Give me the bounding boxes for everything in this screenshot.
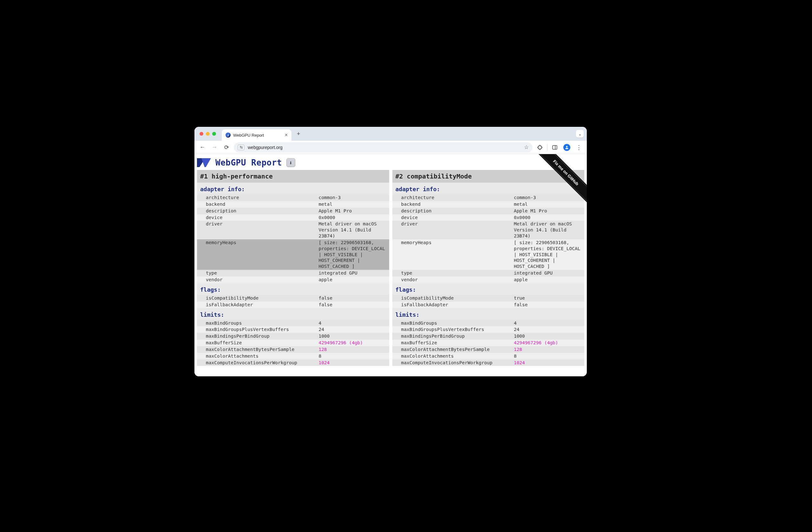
prop-key: device	[392, 214, 511, 221]
adapter-column: #1 high-performanceadapter info:architec…	[197, 170, 389, 366]
table-row: device0x0000	[392, 214, 584, 221]
table-row: maxBufferSize4294967296 (4gb)	[392, 340, 584, 346]
prop-key: type	[197, 270, 316, 277]
svg-point-1	[566, 146, 568, 147]
prop-value: metal	[316, 201, 389, 208]
new-tab-button[interactable]: +	[294, 129, 303, 138]
prop-key: memoryHeaps	[197, 239, 316, 270]
close-window-icon[interactable]	[200, 132, 203, 136]
prop-key: device	[197, 214, 316, 221]
url-text: webgpureport.org	[248, 145, 521, 150]
prop-value: 4	[511, 320, 584, 327]
table-row: descriptionApple M1 Pro	[392, 208, 584, 214]
prop-value: apple	[316, 277, 389, 283]
adapter-column: #2 compatibilityModeadapter info:archite…	[392, 170, 584, 366]
table-row: maxBindGroupsPlusVertexBuffers24	[392, 326, 584, 333]
address-bar[interactable]: ⇆ webgpureport.org ☆	[234, 142, 533, 152]
prop-value: false	[316, 295, 389, 301]
prop-key: memoryHeaps	[392, 239, 511, 270]
section-heading: adapter info:	[392, 182, 584, 194]
prop-key: maxBufferSize	[197, 340, 316, 346]
download-button[interactable]: ⬇	[287, 158, 295, 167]
section-heading: adapter info:	[197, 182, 389, 194]
back-button[interactable]: ←	[198, 143, 207, 152]
zoom-window-icon[interactable]	[212, 132, 216, 136]
prop-key: maxColorAttachments	[197, 353, 316, 359]
section-heading: limits:	[197, 308, 389, 320]
page-title-text: WebGPU Report	[215, 158, 282, 167]
prop-key: architecture	[197, 194, 316, 201]
close-tab-icon[interactable]: ×	[285, 133, 288, 137]
prop-value: common-3	[511, 194, 584, 201]
prop-value: 0x0000	[511, 214, 584, 221]
prop-key: description	[392, 208, 511, 214]
prop-value: 1024	[316, 359, 389, 366]
bookmark-icon[interactable]: ☆	[524, 144, 529, 151]
tab-strip: WebGPU Report × + ⌄	[194, 127, 587, 141]
page-content: WebGPU Report ⬇ #1 high-performanceadapt…	[194, 154, 587, 376]
tabs-overflow-button[interactable]: ⌄	[576, 130, 584, 137]
prop-key: maxColorAttachmentBytesPerSample	[197, 346, 316, 353]
prop-key: architecture	[392, 194, 511, 201]
prop-key: isCompatibilityMode	[392, 295, 511, 301]
table-row: maxComputeInvocationsPerWorkgroup1024	[392, 359, 584, 366]
table-row: backendmetal	[197, 201, 389, 208]
table-row: maxColorAttachmentBytesPerSample128	[392, 346, 584, 353]
sidepanel-icon[interactable]	[550, 143, 560, 152]
profile-avatar[interactable]	[562, 143, 571, 152]
prop-key: type	[392, 270, 511, 277]
prop-key: isFallbackAdapter	[197, 301, 316, 308]
prop-key: maxComputeInvocationsPerWorkgroup	[392, 359, 511, 366]
browser-tab[interactable]: WebGPU Report ×	[222, 129, 291, 141]
prop-value: 4294967296 (4gb)	[316, 340, 389, 346]
prop-key: driver	[197, 221, 316, 239]
prop-value: 8	[316, 353, 389, 359]
table-row: device0x0000	[197, 214, 389, 221]
prop-value: metal	[511, 201, 584, 208]
table-row: isFallbackAdapterfalse	[392, 301, 584, 308]
prop-value: 1000	[316, 333, 389, 340]
table-row: memoryHeaps[ size: 22906503168, properti…	[197, 239, 389, 270]
extensions-icon[interactable]	[535, 143, 545, 152]
prop-value: apple	[511, 277, 584, 283]
table-row: maxComputeInvocationsPerWorkgroup1024	[197, 359, 389, 366]
browser-window: WebGPU Report × + ⌄ ← → ⟳ ⇆ webgpureport…	[194, 127, 587, 376]
prop-value: 128	[511, 346, 584, 353]
prop-key: maxColorAttachmentBytesPerSample	[392, 346, 511, 353]
props-table: isCompatibilityModefalseisFallbackAdapte…	[197, 295, 389, 308]
section-heading: limits:	[392, 308, 584, 320]
prop-key: maxBindGroups	[392, 320, 511, 327]
menu-button[interactable]: ⋮	[574, 143, 584, 152]
prop-value: Metal driver on macOS Version 14.1 (Buil…	[316, 221, 389, 239]
prop-key: backend	[392, 201, 511, 208]
prop-value: integrated GPU	[316, 270, 389, 277]
page-fade	[194, 369, 587, 376]
prop-value: 1000	[511, 333, 584, 340]
section-heading: flags:	[197, 283, 389, 295]
prop-key: isFallbackAdapter	[392, 301, 511, 308]
prop-value: 1024	[511, 359, 584, 366]
site-settings-icon[interactable]: ⇆	[237, 145, 245, 150]
props-table: architecturecommon-3backendmetaldescript…	[197, 194, 389, 283]
table-row: architecturecommon-3	[392, 194, 584, 201]
table-row: memoryHeaps[ size: 22906503168, properti…	[392, 239, 584, 270]
table-row: maxColorAttachmentBytesPerSample128	[197, 346, 389, 353]
prop-value: 24	[511, 326, 584, 333]
prop-key: vendor	[197, 277, 316, 283]
prop-value: true	[511, 295, 584, 301]
table-row: descriptionApple M1 Pro	[197, 208, 389, 214]
toolbar-separator	[547, 144, 548, 151]
table-row: typeintegrated GPU	[197, 270, 389, 277]
prop-value: Apple M1 Pro	[511, 208, 584, 214]
prop-value: false	[511, 301, 584, 308]
prop-value: [ size: 22906503168, properties: DEVICE_…	[511, 239, 584, 270]
reload-button[interactable]: ⟳	[222, 143, 231, 152]
forward-button[interactable]: →	[210, 143, 219, 152]
table-row: driverMetal driver on macOS Version 14.1…	[392, 221, 584, 239]
minimize-window-icon[interactable]	[206, 132, 210, 136]
webgpu-logo-icon	[197, 158, 211, 167]
table-row: typeintegrated GPU	[392, 270, 584, 277]
prop-value: Metal driver on macOS Version 14.1 (Buil…	[511, 221, 584, 239]
table-row: vendorapple	[197, 277, 389, 283]
table-row: backendmetal	[392, 201, 584, 208]
